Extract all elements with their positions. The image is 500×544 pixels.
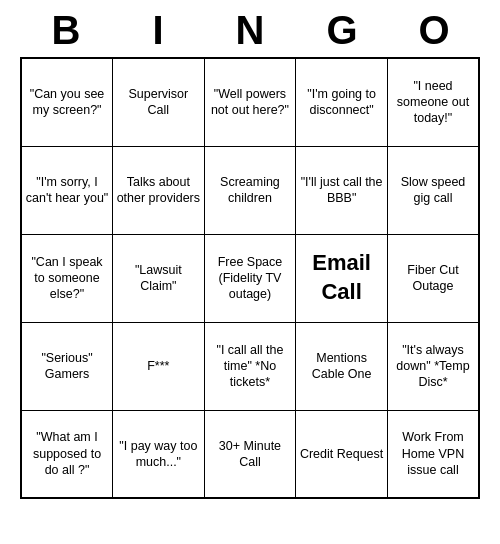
bingo-grid: "Can you see my screen?"Supervisor Call"… [20, 57, 480, 499]
title-n: N [224, 8, 276, 53]
table-row: Slow speed gig call [387, 146, 479, 234]
table-row: 30+ Minute Call [204, 410, 296, 498]
table-row: "Well powers not out here?" [204, 58, 296, 146]
table-row: "I call all the time" *No tickets* [204, 322, 296, 410]
table-row: "Serious" Gamers [21, 322, 113, 410]
table-row: Free Space (Fidelity TV outage) [204, 234, 296, 322]
table-row: "Lawsuit Claim" [113, 234, 205, 322]
table-row: "What am I supposed to do all ?" [21, 410, 113, 498]
table-row: "I pay way too much..." [113, 410, 205, 498]
table-row: Supervisor Call [113, 58, 205, 146]
table-row: "Can I speak to someone else?" [21, 234, 113, 322]
table-row: "I'm sorry, I can't hear you" [21, 146, 113, 234]
title-g: G [316, 8, 368, 53]
table-row: "I'm going to disconnect" [296, 58, 388, 146]
table-row: Credit Request [296, 410, 388, 498]
table-row: Talks about other providers [113, 146, 205, 234]
bingo-title: B I N G O [20, 0, 480, 57]
table-row: "I'll just call the BBB" [296, 146, 388, 234]
table-row: Screaming children [204, 146, 296, 234]
table-row: "I need someone out today!" [387, 58, 479, 146]
title-b: B [40, 8, 92, 53]
table-row: Fiber Cut Outage [387, 234, 479, 322]
table-row: Email Call [296, 234, 388, 322]
table-row: "Can you see my screen?" [21, 58, 113, 146]
title-o: O [408, 8, 460, 53]
title-i: I [132, 8, 184, 53]
table-row: Mentions Cable One [296, 322, 388, 410]
table-row: F*** [113, 322, 205, 410]
table-row: Work From Home VPN issue call [387, 410, 479, 498]
table-row: "It's always down" *Temp Disc* [387, 322, 479, 410]
